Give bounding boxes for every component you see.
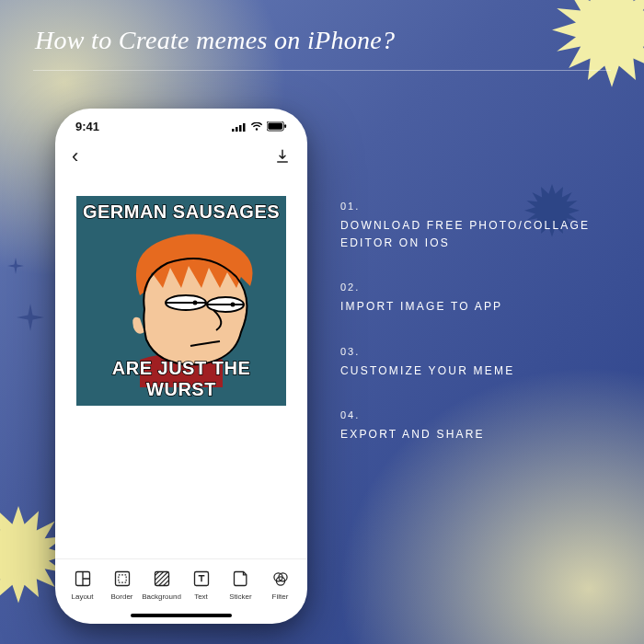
wifi-icon: [250, 122, 263, 132]
sticker-icon: [231, 569, 251, 589]
svg-rect-2: [239, 125, 242, 132]
tool-label: Sticker: [229, 592, 251, 601]
tool-sticker[interactable]: Sticker: [223, 569, 259, 601]
editor-canvas[interactable]: GERMAN SAUSAGES: [55, 179, 307, 558]
svg-rect-1: [236, 127, 238, 132]
app-header: ‹: [55, 137, 307, 179]
svg-point-12: [231, 303, 236, 307]
home-indicator: [131, 614, 232, 617]
tool-background[interactable]: Background: [144, 569, 180, 601]
step-item: 03. CUSTOMIZE YOUR MEME: [340, 346, 616, 380]
step-number: 02.: [340, 282, 616, 293]
editor-toolbar: Layout Border Background Text Sticker: [55, 558, 307, 614]
step-number: 04.: [340, 409, 616, 420]
step-label: CUSTOMIZE YOUR MEME: [340, 362, 616, 380]
meme-text-bottom: ARE JUST THE WURST: [76, 358, 286, 400]
tool-border[interactable]: Border: [104, 569, 141, 601]
download-button[interactable]: [274, 148, 291, 165]
tool-layout[interactable]: Layout: [64, 569, 101, 601]
step-item: 02. IMPORT IMAGE TO APP: [340, 282, 616, 316]
step-number: 01.: [340, 201, 616, 212]
step-number: 03.: [340, 346, 616, 357]
signal-icon: [232, 122, 247, 132]
sparkle-decor: [17, 304, 44, 331]
step-item: 01. DOWNLOAD FREE PHOTO/COLLAGE EDITOR O…: [340, 201, 616, 252]
svg-point-11: [193, 301, 198, 305]
page-title: How to Create memes on iPhone?: [35, 26, 609, 55]
layout-icon: [73, 569, 93, 589]
svg-rect-17: [118, 575, 125, 582]
tool-label: Layout: [71, 592, 93, 601]
tool-label: Border: [110, 592, 132, 601]
phone-mockup: 9:41 ‹ GERMAN SAUSAGES: [55, 109, 307, 624]
svg-rect-6: [284, 124, 286, 128]
sparkle-decor: [7, 258, 24, 274]
step-label: IMPORT IMAGE TO APP: [340, 298, 616, 316]
filter-icon: [270, 569, 291, 589]
tool-text[interactable]: Text: [183, 569, 220, 601]
tool-label: Text: [194, 592, 208, 601]
tool-label: Background: [142, 592, 181, 601]
divider: [33, 70, 611, 71]
svg-rect-16: [115, 572, 129, 586]
background-icon: [152, 569, 172, 589]
status-bar: 9:41: [55, 109, 307, 137]
step-label: DOWNLOAD FREE PHOTO/COLLAGE EDITOR ON IO…: [340, 217, 616, 252]
back-button[interactable]: ‹: [72, 146, 78, 167]
step-item: 04. EXPORT AND SHARE: [340, 409, 616, 443]
tool-label: Filter: [272, 592, 289, 601]
svg-rect-3: [243, 123, 246, 132]
meme-text-top: GERMAN SAUSAGES: [76, 201, 286, 223]
steps-list: 01. DOWNLOAD FREE PHOTO/COLLAGE EDITOR O…: [340, 201, 616, 473]
step-label: EXPORT AND SHARE: [340, 426, 616, 443]
text-icon: [191, 569, 212, 589]
meme-image[interactable]: GERMAN SAUSAGES: [76, 196, 286, 406]
battery-icon: [267, 121, 287, 132]
svg-rect-5: [268, 122, 282, 129]
svg-rect-0: [232, 129, 235, 132]
tool-filter[interactable]: Filter: [262, 569, 299, 601]
status-time: 9:41: [75, 120, 99, 133]
border-icon: [112, 569, 132, 589]
